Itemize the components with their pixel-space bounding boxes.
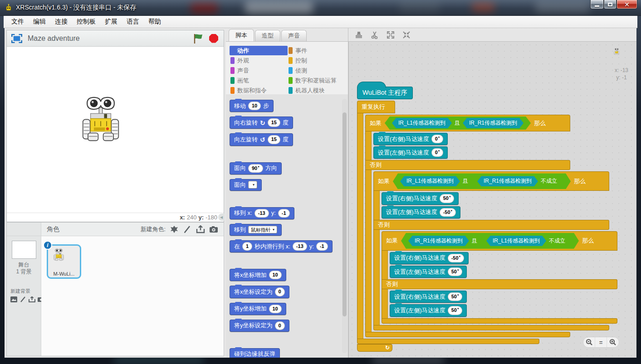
sensor-ir-l1[interactable]: IR_L1传感器检测到 bbox=[486, 236, 546, 246]
scissors-icon[interactable] bbox=[371, 31, 379, 39]
menu-extensions[interactable]: 扩展 bbox=[101, 16, 122, 27]
sprite-tile-selected[interactable]: i M-WuLi... bbox=[47, 244, 81, 279]
stage-sprite-walle[interactable] bbox=[81, 96, 120, 143]
minimize-button[interactable] bbox=[590, 0, 604, 9]
stage-canvas[interactable] bbox=[7, 47, 224, 213]
set-left-motor-block[interactable]: 设置(左侧)马达速度 50▾ bbox=[390, 266, 467, 278]
set-right-motor-block[interactable]: 设置(右侧)马达速度 50▾ bbox=[390, 291, 467, 303]
palette-block-2[interactable]: 向左旋转↺15度 bbox=[230, 133, 293, 146]
paint-backdrop-icon[interactable] bbox=[20, 296, 26, 302]
not-operator[interactable]: IR_L1传感器检测到 不成立 bbox=[480, 234, 572, 248]
palette-block-12[interactable]: 碰到边缘就反弹 bbox=[230, 348, 280, 358]
sprite-list[interactable]: i M-WuLi... bbox=[41, 236, 224, 356]
palette-block-6[interactable]: 移到鼠标指针▾ bbox=[230, 224, 282, 236]
value-input[interactable]: 0 bbox=[275, 287, 285, 296]
collapse-stage-button[interactable]: ◀ bbox=[218, 214, 225, 221]
value-input[interactable]: 10 bbox=[269, 271, 282, 279]
shrink-icon[interactable] bbox=[402, 31, 411, 39]
set-right-motor-block[interactable]: 设置(右侧)马达速度 50▾ bbox=[382, 192, 459, 204]
category-画笔[interactable]: 画笔 bbox=[230, 76, 288, 85]
set-left-motor-block[interactable]: 设置(左侧)马达速度 0▾ bbox=[373, 146, 448, 159]
category-动作[interactable]: 动作 bbox=[230, 46, 288, 55]
fullscreen-icon[interactable] bbox=[11, 34, 22, 43]
value-input[interactable]: 10 bbox=[248, 102, 261, 110]
grow-icon[interactable] bbox=[387, 31, 395, 39]
category-数字和逻辑运算[interactable]: 数字和逻辑运算 bbox=[288, 76, 346, 85]
category-侦测[interactable]: 侦测 bbox=[288, 66, 346, 75]
paint-new-sprite-icon[interactable] bbox=[183, 225, 192, 233]
menu-file[interactable]: 文件 bbox=[7, 16, 28, 27]
menu-connect[interactable]: 连接 bbox=[51, 16, 72, 27]
and-operator[interactable]: IR_R1传感器检测到 且 IR_L1传感器检测到 不成立 bbox=[401, 233, 579, 249]
title-bar[interactable]: XRScratch(v1.6.3) - 没有连接串口 - 未保存 ✕ bbox=[0, 0, 641, 16]
value-input[interactable]: -1 bbox=[316, 242, 328, 251]
value-input[interactable]: 1 bbox=[242, 242, 252, 251]
value-input[interactable]: -13 bbox=[293, 242, 307, 251]
palette-block-0[interactable]: 移动10步 bbox=[230, 100, 274, 112]
and-operator[interactable]: IR_L1传感器检测到 且 IR_R1传感器检测到 不成立 bbox=[393, 173, 571, 189]
zoom-reset-button[interactable]: = bbox=[595, 337, 607, 347]
palette-block-9[interactable]: 将x坐标设定为0 bbox=[230, 286, 289, 298]
category-外观[interactable]: 外观 bbox=[230, 56, 288, 65]
category-数据和指令[interactable]: 数据和指令 bbox=[230, 86, 288, 95]
stage-thumbnail[interactable] bbox=[12, 241, 36, 259]
value-input[interactable]: -13 bbox=[254, 209, 269, 218]
upload-backdrop-icon[interactable] bbox=[29, 296, 35, 302]
set-left-motor-block[interactable]: 设置(左侧)马达速度 -50▾ bbox=[382, 206, 460, 218]
sensor-ir-l1[interactable]: IR_L1传感器检测到 bbox=[392, 118, 452, 128]
category-事件[interactable]: 事件 bbox=[288, 46, 346, 55]
palette-scrollbar-thumb[interactable] bbox=[343, 112, 347, 316]
new-sprite-library-icon[interactable] bbox=[170, 225, 179, 233]
set-right-motor-block[interactable]: 设置(右侧)马达速度 0▾ bbox=[373, 133, 448, 145]
category-声音[interactable]: 声音 bbox=[230, 66, 288, 75]
category-控制[interactable]: 控制 bbox=[288, 56, 346, 65]
palette-block-7[interactable]: 在1秒内滑行到 x:-13y:-1 bbox=[230, 240, 333, 252]
value-input[interactable]: 0 bbox=[275, 321, 285, 330]
stamp-icon[interactable] bbox=[355, 31, 363, 39]
menu-help[interactable]: 帮助 bbox=[144, 16, 165, 27]
palette-block-4[interactable]: 面向▾ bbox=[230, 179, 262, 191]
backdrop-library-icon[interactable] bbox=[10, 296, 17, 302]
tab-1[interactable]: 造型 bbox=[255, 30, 280, 41]
sensor-ir-r1[interactable]: IR_R1传感器检测到 bbox=[408, 236, 469, 246]
tab-2[interactable]: 声音 bbox=[281, 30, 307, 41]
zoom-in-button[interactable] bbox=[607, 337, 619, 347]
sensor-ir-r1[interactable]: IR_R1传感器检测到 bbox=[477, 176, 538, 186]
value-input[interactable]: 90▾ bbox=[248, 164, 263, 173]
palette-block-5[interactable]: 移到 x:-13y:-1 bbox=[230, 207, 294, 219]
tab-0[interactable]: 脚本 bbox=[229, 29, 254, 41]
and-operator[interactable]: IR_L1传感器检测到 且 IR_R1传感器检测到 bbox=[385, 116, 531, 130]
value-input[interactable]: 15 bbox=[268, 135, 280, 144]
zoom-out-button[interactable] bbox=[583, 337, 595, 347]
sprite-info-badge[interactable]: i bbox=[43, 241, 52, 250]
set-right-motor-block[interactable]: 设置(右侧)马达速度 -50▾ bbox=[390, 252, 469, 264]
palette-block-3[interactable]: 面向90▾方向 bbox=[230, 162, 282, 175]
menu-edit[interactable]: 编辑 bbox=[29, 16, 50, 27]
menu-language[interactable]: 语言 bbox=[122, 16, 143, 27]
project-title[interactable]: Maze adventure bbox=[28, 34, 188, 43]
dropdown[interactable]: 鼠标指针▾ bbox=[248, 226, 277, 233]
script-canvas[interactable]: x: -13 y: -1 WuLiBot 主程序 重复执行 bbox=[348, 42, 636, 358]
sensor-ir-l1[interactable]: IR_L1传感器检测到 bbox=[400, 176, 460, 186]
camera-sprite-icon[interactable] bbox=[209, 225, 218, 233]
maximize-button[interactable] bbox=[604, 0, 617, 9]
palette-block-1[interactable]: 向右旋转↻15度 bbox=[230, 116, 293, 129]
palette-block-10[interactable]: 将y坐标增加10 bbox=[230, 303, 286, 315]
category-机器人模块[interactable]: 机器人模块 bbox=[288, 86, 346, 95]
forever-block[interactable]: 重复执行 如果 IR_L1传感器检测到 bbox=[357, 101, 617, 352]
palette-block-11[interactable]: 将y坐标设定为0 bbox=[230, 320, 289, 332]
close-button[interactable]: ✕ bbox=[617, 0, 637, 9]
hat-block-wulibot-main[interactable]: WuLiBot 主程序 bbox=[357, 87, 413, 99]
if-else-block-2[interactable]: 如果 IR_L1传感器检测到 且 IR_R1传感器检测到 不成立 bbox=[373, 171, 617, 330]
set-left-motor-block[interactable]: 设置(左侧)马达速度 50▾ bbox=[390, 304, 467, 316]
not-operator[interactable]: IR_R1传感器检测到 不成立 bbox=[471, 175, 563, 188]
sensor-ir-r1[interactable]: IR_R1传感器检测到 bbox=[463, 118, 524, 128]
stop-button[interactable] bbox=[208, 33, 219, 44]
value-input[interactable]: 10 bbox=[269, 305, 282, 313]
script-stack[interactable]: WuLiBot 主程序 重复执行 如果 bbox=[357, 81, 617, 352]
upload-sprite-icon[interactable] bbox=[196, 225, 205, 233]
value-input[interactable]: 15 bbox=[268, 118, 280, 127]
if-else-block-3[interactable]: 如果 IR_R1传感器检测到 且 IR_L1传感器检测到 bbox=[382, 231, 617, 324]
dropdown[interactable]: ▾ bbox=[248, 181, 257, 189]
if-else-block-1[interactable]: 如果 IR_L1传感器检测到 且 IR_R1传感器检测到 那么 bbox=[365, 115, 617, 337]
